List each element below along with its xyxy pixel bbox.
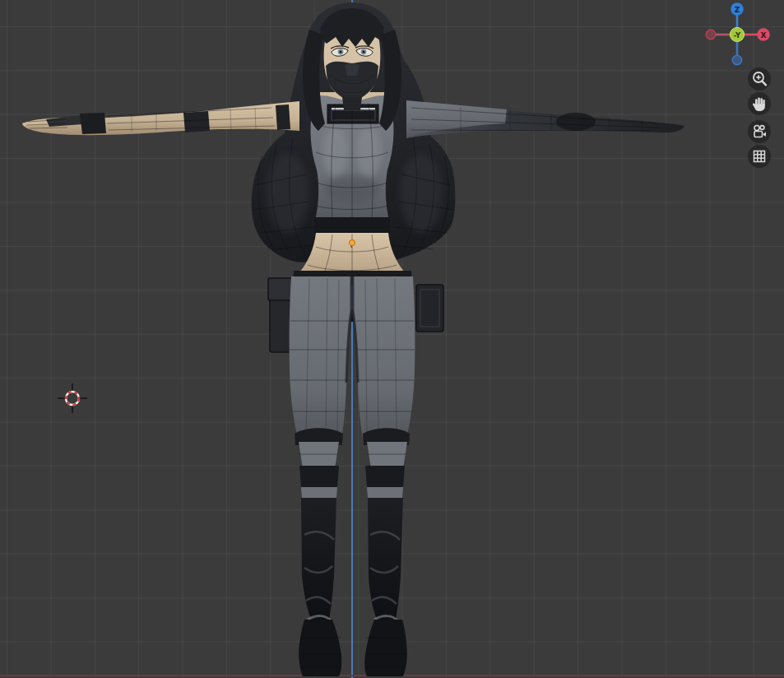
gizmo-axis-neg-y-center[interactable]: -Y: [730, 27, 744, 41]
gizmo-axis-z[interactable]: Z: [731, 2, 744, 16]
boots: [299, 466, 407, 676]
knee-pads: [295, 428, 410, 469]
camera-view-button[interactable]: [748, 120, 771, 143]
gizmo-label-center: -Y: [734, 31, 741, 39]
pan-button[interactable]: [748, 92, 771, 115]
gizmo-axis-neg-z[interactable]: [732, 55, 742, 65]
viewport-toolbar: [748, 67, 771, 170]
gizmo-axis-neg-x[interactable]: [706, 30, 716, 39]
3d-cursor[interactable]: [56, 382, 89, 415]
character-model[interactable]: [0, 0, 784, 678]
right-hip-pouch: [416, 285, 443, 332]
camera-icon: [749, 122, 769, 142]
waist-belt: [314, 217, 390, 233]
blender-3d-viewport[interactable]: Z X -Y: [0, 0, 784, 678]
grid-view-button[interactable]: [748, 145, 771, 168]
gizmo-axis-x[interactable]: X: [757, 28, 770, 41]
zoom-button[interactable]: [748, 67, 771, 91]
zoom-in-icon: [749, 69, 769, 89]
gizmo-label-x: X: [761, 31, 767, 39]
object-origin-point[interactable]: [349, 239, 355, 246]
navigation-gizmo[interactable]: Z X -Y: [700, 0, 776, 71]
gizmo-label-z: Z: [735, 6, 740, 14]
right-arm: [406, 100, 684, 138]
left-arm: [22, 101, 299, 135]
grid-icon: [749, 146, 769, 166]
legs: [290, 276, 415, 676]
hand-icon: [749, 94, 769, 114]
